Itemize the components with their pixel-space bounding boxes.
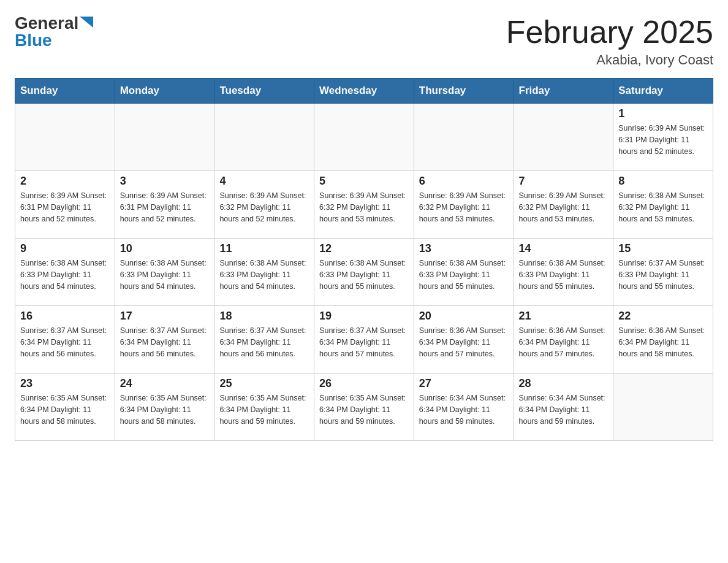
day-number: 13 — [419, 242, 509, 255]
calendar-cell: 3Sunrise: 6:39 AM Sunset: 6:31 PM Daylig… — [115, 171, 214, 239]
calendar-cell: 10Sunrise: 6:38 AM Sunset: 6:33 PM Dayli… — [115, 239, 214, 306]
calendar-cell — [115, 104, 214, 171]
day-info: Sunrise: 6:38 AM Sunset: 6:33 PM Dayligh… — [519, 258, 609, 292]
calendar-cell: 15Sunrise: 6:37 AM Sunset: 6:33 PM Dayli… — [613, 239, 713, 306]
day-number: 15 — [618, 242, 708, 255]
weekday-header-wednesday: Wednesday — [314, 79, 414, 104]
calendar-cell: 6Sunrise: 6:39 AM Sunset: 6:32 PM Daylig… — [414, 171, 514, 239]
calendar-cell: 16Sunrise: 6:37 AM Sunset: 6:34 PM Dayli… — [15, 306, 115, 373]
day-number: 1 — [618, 107, 708, 120]
day-number: 25 — [219, 377, 309, 390]
day-number: 26 — [319, 377, 409, 390]
day-info: Sunrise: 6:38 AM Sunset: 6:33 PM Dayligh… — [120, 258, 210, 292]
day-info: Sunrise: 6:35 AM Sunset: 6:34 PM Dayligh… — [219, 393, 309, 427]
day-info: Sunrise: 6:37 AM Sunset: 6:34 PM Dayligh… — [20, 325, 110, 359]
weekday-header-friday: Friday — [514, 79, 613, 104]
day-number: 9 — [20, 242, 110, 255]
day-info: Sunrise: 6:38 AM Sunset: 6:33 PM Dayligh… — [20, 258, 110, 292]
calendar-cell: 1Sunrise: 6:39 AM Sunset: 6:31 PM Daylig… — [613, 104, 713, 171]
day-info: Sunrise: 6:37 AM Sunset: 6:33 PM Dayligh… — [618, 258, 708, 292]
calendar-header-row: SundayMondayTuesdayWednesdayThursdayFrid… — [15, 79, 713, 104]
weekday-header-thursday: Thursday — [414, 79, 514, 104]
calendar-cell: 17Sunrise: 6:37 AM Sunset: 6:34 PM Dayli… — [115, 306, 214, 373]
day-info: Sunrise: 6:38 AM Sunset: 6:33 PM Dayligh… — [419, 258, 509, 292]
logo-arrow-icon — [80, 17, 93, 28]
calendar-cell: 9Sunrise: 6:38 AM Sunset: 6:33 PM Daylig… — [15, 239, 115, 306]
day-info: Sunrise: 6:39 AM Sunset: 6:31 PM Dayligh… — [20, 190, 110, 224]
day-info: Sunrise: 6:34 AM Sunset: 6:34 PM Dayligh… — [419, 393, 509, 427]
svg-marker-0 — [80, 17, 93, 28]
day-number: 18 — [219, 310, 309, 323]
calendar-cell: 28Sunrise: 6:34 AM Sunset: 6:34 PM Dayli… — [514, 373, 613, 441]
logo-general-text: General — [15, 15, 78, 32]
calendar-cell: 11Sunrise: 6:38 AM Sunset: 6:33 PM Dayli… — [214, 239, 314, 306]
day-info: Sunrise: 6:39 AM Sunset: 6:31 PM Dayligh… — [618, 123, 708, 157]
page-header: General Blue February 2025 Akabia, Ivory… — [15, 15, 713, 68]
day-info: Sunrise: 6:39 AM Sunset: 6:31 PM Dayligh… — [120, 190, 210, 224]
day-info: Sunrise: 6:36 AM Sunset: 6:34 PM Dayligh… — [618, 325, 708, 359]
calendar-cell — [314, 104, 414, 171]
day-number: 11 — [219, 242, 309, 255]
day-info: Sunrise: 6:39 AM Sunset: 6:32 PM Dayligh… — [519, 190, 609, 224]
logo: General Blue — [15, 15, 93, 49]
day-info: Sunrise: 6:39 AM Sunset: 6:32 PM Dayligh… — [419, 190, 509, 224]
calendar-week-row: 23Sunrise: 6:35 AM Sunset: 6:34 PM Dayli… — [15, 373, 713, 441]
calendar-cell: 8Sunrise: 6:38 AM Sunset: 6:32 PM Daylig… — [613, 171, 713, 239]
day-number: 7 — [519, 175, 609, 188]
calendar-week-row: 2Sunrise: 6:39 AM Sunset: 6:31 PM Daylig… — [15, 171, 713, 239]
calendar-week-row: 1Sunrise: 6:39 AM Sunset: 6:31 PM Daylig… — [15, 104, 713, 171]
day-number: 5 — [319, 175, 409, 188]
day-info: Sunrise: 6:38 AM Sunset: 6:33 PM Dayligh… — [219, 258, 309, 292]
calendar-cell — [514, 104, 613, 171]
day-number: 23 — [20, 377, 110, 390]
day-number: 10 — [120, 242, 210, 255]
title-block: February 2025 Akabia, Ivory Coast — [506, 15, 713, 68]
calendar-cell: 7Sunrise: 6:39 AM Sunset: 6:32 PM Daylig… — [514, 171, 613, 239]
day-info: Sunrise: 6:35 AM Sunset: 6:34 PM Dayligh… — [319, 393, 409, 427]
day-number: 14 — [519, 242, 609, 255]
calendar-week-row: 16Sunrise: 6:37 AM Sunset: 6:34 PM Dayli… — [15, 306, 713, 373]
day-number: 21 — [519, 310, 609, 323]
day-number: 4 — [219, 175, 309, 188]
calendar-cell — [613, 373, 713, 441]
calendar-cell: 14Sunrise: 6:38 AM Sunset: 6:33 PM Dayli… — [514, 239, 613, 306]
day-number: 3 — [120, 175, 210, 188]
day-info: Sunrise: 6:39 AM Sunset: 6:32 PM Dayligh… — [219, 190, 309, 224]
day-number: 19 — [319, 310, 409, 323]
calendar-table: SundayMondayTuesdayWednesdayThursdayFrid… — [15, 78, 713, 441]
logo-blue-text: Blue — [15, 31, 52, 50]
day-number: 2 — [20, 175, 110, 188]
calendar-cell: 27Sunrise: 6:34 AM Sunset: 6:34 PM Dayli… — [414, 373, 514, 441]
calendar-cell: 21Sunrise: 6:36 AM Sunset: 6:34 PM Dayli… — [514, 306, 613, 373]
day-info: Sunrise: 6:35 AM Sunset: 6:34 PM Dayligh… — [120, 393, 210, 427]
calendar-cell — [414, 104, 514, 171]
day-info: Sunrise: 6:36 AM Sunset: 6:34 PM Dayligh… — [519, 325, 609, 359]
weekday-header-sunday: Sunday — [15, 79, 115, 104]
day-info: Sunrise: 6:38 AM Sunset: 6:33 PM Dayligh… — [319, 258, 409, 292]
weekday-header-tuesday: Tuesday — [214, 79, 314, 104]
day-number: 28 — [519, 377, 609, 390]
day-number: 17 — [120, 310, 210, 323]
calendar-cell: 12Sunrise: 6:38 AM Sunset: 6:33 PM Dayli… — [314, 239, 414, 306]
location: Akabia, Ivory Coast — [506, 52, 713, 68]
calendar-cell: 25Sunrise: 6:35 AM Sunset: 6:34 PM Dayli… — [214, 373, 314, 441]
day-number: 6 — [419, 175, 509, 188]
calendar-week-row: 9Sunrise: 6:38 AM Sunset: 6:33 PM Daylig… — [15, 239, 713, 306]
calendar-cell: 2Sunrise: 6:39 AM Sunset: 6:31 PM Daylig… — [15, 171, 115, 239]
calendar-cell: 26Sunrise: 6:35 AM Sunset: 6:34 PM Dayli… — [314, 373, 414, 441]
weekday-header-saturday: Saturday — [613, 79, 713, 104]
calendar-cell — [15, 104, 115, 171]
day-info: Sunrise: 6:36 AM Sunset: 6:34 PM Dayligh… — [419, 325, 509, 359]
calendar-cell: 13Sunrise: 6:38 AM Sunset: 6:33 PM Dayli… — [414, 239, 514, 306]
day-number: 12 — [319, 242, 409, 255]
calendar-cell: 4Sunrise: 6:39 AM Sunset: 6:32 PM Daylig… — [214, 171, 314, 239]
day-info: Sunrise: 6:37 AM Sunset: 6:34 PM Dayligh… — [319, 325, 409, 359]
day-info: Sunrise: 6:34 AM Sunset: 6:34 PM Dayligh… — [519, 393, 609, 427]
day-number: 24 — [120, 377, 210, 390]
day-number: 27 — [419, 377, 509, 390]
day-number: 16 — [20, 310, 110, 323]
calendar-cell: 19Sunrise: 6:37 AM Sunset: 6:34 PM Dayli… — [314, 306, 414, 373]
day-number: 8 — [618, 175, 708, 188]
calendar-cell — [214, 104, 314, 171]
day-info: Sunrise: 6:35 AM Sunset: 6:34 PM Dayligh… — [20, 393, 110, 427]
